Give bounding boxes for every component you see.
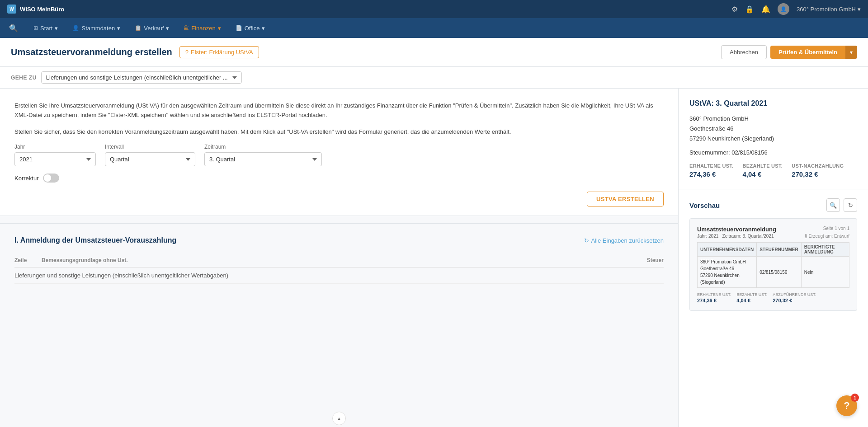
section-title: I. Anmeldung der Umsatzsteuer-Vorauszahl… [14,236,176,244]
form-row-fields: Jahr 2021 Intervall Quartal Zeitraum 3. … [14,144,664,166]
help-badge: 1 [851,394,859,402]
submit-button[interactable]: Prüfen & Übermitteln [770,46,845,59]
settings-icon[interactable]: ⚙ [731,5,738,14]
page-title: Umsatzsteuervoranmeldung erstellen [11,47,172,57]
preview-title: Vorschau [689,202,720,209]
company-chevron: ▾ [858,6,861,13]
preview-zoom-button[interactable]: 🔍 [826,198,840,212]
reset-link[interactable]: ↻ Alle Eingaben zurücksetzen [584,237,664,244]
erhaltene-value: 274,36 € [689,170,734,178]
topbar-right: ⚙ 🔒 🔔 👤 360° Promotion GmbH ▾ [731,3,861,15]
col-bemessung-header: Bemessungsgrundlage ohne Ust. [42,257,609,263]
submit-dropdown-button[interactable]: ▾ [845,46,857,59]
korrektur-toggle[interactable] [43,174,59,183]
verkauf-nav-icon: 📋 [135,25,142,31]
ust-card: UStVA: 3. Quartal 2021 360° Promotion Gm… [679,89,868,189]
preview-erhaltene: ERHALTENE UST. 274,36 € [697,292,731,303]
stammdaten-nav-icon: 👤 [72,25,79,31]
zeitraum-label: Zeitraum [204,144,322,150]
nav-item-office[interactable]: 📄 Office [229,21,272,35]
finanzen-chevron-icon [218,25,221,32]
elster-button-label: Elster: Erklärung UStVA [191,49,253,56]
help-button[interactable]: ? 1 [836,395,857,416]
row-label: Lieferungen und sonstige Leistungen (ein… [14,272,228,279]
bezahlte-value: 4,04 € [743,170,783,178]
start-nav-icon: ⊞ [33,25,38,31]
ust-card-title: UStVA: 3. Quartal 2021 [689,99,857,108]
cancel-button[interactable]: Abbrechen [721,45,767,59]
year-group: Jahr 2021 [14,144,96,166]
col-steuer-header: Steuer [609,257,664,263]
preview-document: Umsatzsteuervoranmeldung Seite 1 von 1 J… [689,218,857,311]
app-name: WISO MeinBüro [20,6,64,13]
preview-bezahlte: BEZAHLTE UST. 4,04 € [736,292,767,303]
zeitraum-select[interactable]: 3. Quartal [204,152,322,166]
main-content: Erstellen Sie Ihre Umsatzsteuervoranmeld… [0,89,868,427]
help-icon: ? [844,400,849,412]
elster-button[interactable]: ? Elster: Erklärung UStVA [179,46,259,58]
search-icon[interactable]: 🔍 [9,24,18,33]
steuernummer-label: Steuernummer: [689,149,730,156]
scroll-up-indicator[interactable]: ▴ [332,412,346,425]
ust-street: Goethestraße 46 [689,124,857,134]
finanzen-nav-icon: 🏛 [184,25,189,31]
preview-doc-year-zeitraum: Jahr: 2021 Zeitraum: 3. Quartal/2021 [697,234,774,239]
right-panel: UStVA: 3. Quartal 2021 360° Promotion Gm… [678,89,868,427]
nav-item-finanzen[interactable]: 🏛 Finanzen [177,21,227,35]
ust-company-info: 360° Promotion GmbH Goethestraße 46 5729… [689,114,857,144]
interval-select[interactable]: Quartal [105,152,195,166]
preview-doc-title: Umsatzsteuervoranmeldung [697,226,776,233]
office-chevron-icon [262,25,265,32]
korrektur-row: Korrektur [14,174,664,183]
table-header: Zeile Bemessungsgrundlage ohne Ust. Steu… [14,253,664,267]
preview-abfuehrende-amount: 270,32 € [773,298,816,303]
bell-icon[interactable]: 🔔 [761,5,770,14]
start-chevron-icon [55,25,58,32]
page-header-left: Umsatzsteuervoranmeldung erstellen ? Els… [11,46,259,58]
nav-start-label: Start [40,25,52,32]
nav-item-start[interactable]: ⊞ Start [27,21,64,35]
table-row: Lieferungen und sonstige Leistungen (ein… [14,267,664,284]
nachzahlung-label: UST-NACHZAHLUNG [792,163,844,169]
refresh-icon: ↻ [848,202,853,209]
preview-td-steuernr: 02/815/08156 [757,257,802,288]
nav-item-verkauf[interactable]: 📋 Verkauf [128,21,175,35]
korrektur-label: Korrektur [14,175,38,182]
erhaltene-label: ERHALTENE UST. [689,163,734,169]
erstellen-button[interactable]: UStVA erstellen [587,192,664,206]
lock-icon[interactable]: 🔒 [745,5,754,14]
preview-doc-status: § Erzeugt am: Entwurf [805,234,849,239]
main-navigation: 🔍 ⊞ Start 👤 Stammdaten 📋 Verkauf 🏛 Finan… [0,18,868,38]
preview-td-berichtigt: Nein [801,257,849,288]
preview-bezahlte-label: BEZAHLTE UST. [736,292,767,297]
avatar[interactable]: 👤 [778,3,789,15]
preview-values-row: ERHALTENE UST. 274,36 € BEZAHLTE UST. 4,… [697,292,849,303]
ust-company-name: 360° Promotion GmbH [689,114,857,124]
company-selector[interactable]: 360° Promotion GmbH ▾ [797,6,861,13]
stammdaten-chevron-icon [117,25,120,32]
description-1: Erstellen Sie Ihre Umsatzsteuervoranmeld… [14,101,664,120]
nachzahlung-value: 270,32 € [792,170,844,178]
left-panel: Erstellen Sie Ihre Umsatzsteuervoranmeld… [0,89,678,427]
erhaltene-col: ERHALTENE UST. 274,36 € [689,163,734,178]
year-label: Jahr [14,144,96,150]
preview-refresh-button[interactable]: ↻ [844,198,857,212]
preview-doc-page: Seite 1 von 1 [823,226,849,231]
nav-office-label: Office [245,25,260,32]
preview-td-company: 360° Promotion GmbH Goethestraße 46 5729… [698,257,757,288]
nav-verkauf-label: Verkauf [144,25,164,32]
nav-item-stammdaten[interactable]: 👤 Stammdaten [66,21,127,35]
section-header: I. Anmeldung der Umsatzsteuer-Vorauszahl… [14,236,664,244]
interval-group: Intervall Quartal [105,144,195,166]
preview-table: UNTERNEHMENSDATEN STEUERNUMMER BERICHTIG… [697,242,849,288]
nav-finanzen-label: Finanzen [191,25,215,32]
company-name: 360° Promotion GmbH [797,6,856,13]
goto-select[interactable]: Lieferungen und sonstige Leistungen (ein… [41,71,242,84]
app-logo-icon: W [7,5,16,14]
preview-abfuehrende-label: ABZUFÜHRENDE UST. [773,292,816,297]
year-select[interactable]: 2021 [14,152,96,166]
nav-stammdaten-label: Stammdaten [81,25,115,32]
reset-icon: ↻ [584,237,589,244]
preview-col-berichtigt: BERICHTIGTE ANMELDUNG [801,243,849,257]
reset-label: Alle Eingaben zurücksetzen [591,237,664,244]
